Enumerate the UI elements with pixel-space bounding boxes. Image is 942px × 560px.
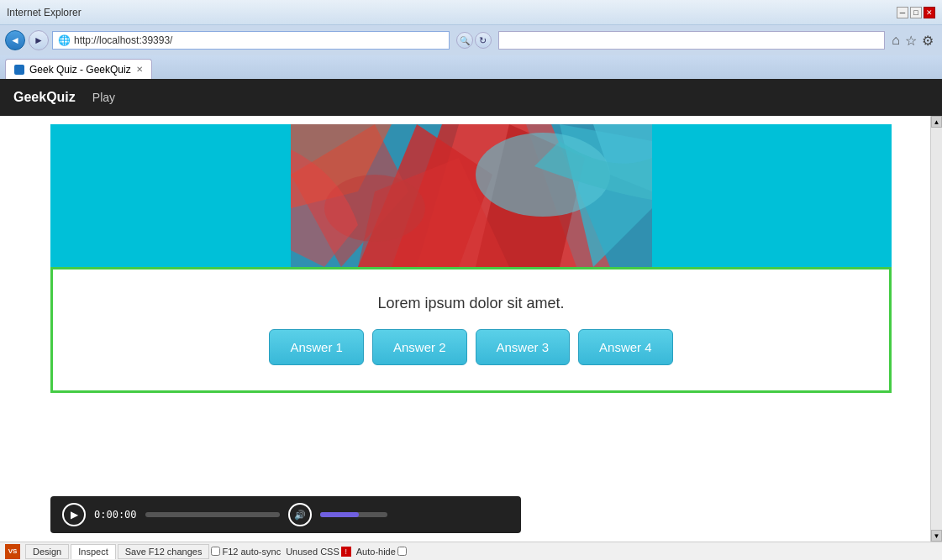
settings-icon[interactable]: ⚙	[922, 33, 934, 49]
play-icon: ▶	[71, 509, 78, 521]
favorites-icon[interactable]: ☆	[905, 33, 917, 49]
home-icon[interactable]: ⌂	[892, 33, 900, 48]
devtools-toolbar: VS Design Inspect Save F12 changes F12 a…	[0, 542, 942, 560]
vs-icon: VS	[5, 544, 20, 559]
volume-bar[interactable]	[320, 512, 387, 517]
tab-label: Geek Quiz - GeekQuiz	[29, 64, 131, 76]
abstract-painting	[291, 124, 652, 267]
forward-icon: ►	[34, 34, 44, 46]
search-button[interactable]: 🔍	[456, 32, 473, 49]
autohide-label[interactable]: Auto-hide	[356, 547, 407, 557]
autohide-checkbox[interactable]	[397, 547, 407, 556]
answer-3-button[interactable]: Answer 3	[476, 329, 571, 365]
browser-tab[interactable]: Geek Quiz - GeekQuiz ✕	[5, 59, 152, 79]
minimize-button[interactable]: ─	[897, 7, 908, 18]
volume-icon: 🔊	[294, 510, 306, 521]
question-text: Lorem ipsum dolor sit amet.	[70, 295, 872, 312]
autosync-label[interactable]: F12 auto-sync	[211, 547, 281, 557]
answer-buttons-container: Answer 1 Answer 2 Answer 3 Answer 4	[70, 329, 872, 365]
quiz-image	[291, 124, 652, 267]
progress-bar[interactable]	[145, 512, 280, 517]
play-nav-link[interactable]: Play	[92, 91, 115, 104]
tab-close-button[interactable]: ✕	[136, 65, 143, 74]
answer-4-button[interactable]: Answer 4	[578, 329, 673, 365]
back-icon: ◄	[10, 34, 20, 46]
refresh-button[interactable]: ↻	[475, 32, 492, 49]
globe-icon: 🌐	[58, 34, 71, 46]
maximize-button[interactable]: □	[910, 7, 922, 18]
app-brand[interactable]: GeekQuiz	[13, 90, 76, 105]
design-button[interactable]: Design	[25, 544, 69, 559]
answer-2-button[interactable]: Answer 2	[372, 329, 467, 365]
scroll-up-button[interactable]: ▲	[931, 116, 942, 128]
close-button[interactable]: ✕	[924, 7, 935, 18]
save-changes-button[interactable]: Save F12 changes	[118, 544, 210, 559]
scroll-up-icon: ▲	[934, 118, 940, 126]
volume-fill	[320, 512, 359, 517]
time-display: 0:00:00	[94, 509, 137, 521]
app-navbar: GeekQuiz Play	[0, 79, 942, 116]
volume-button[interactable]: 🔊	[288, 503, 312, 526]
forward-button[interactable]: ►	[29, 30, 49, 50]
media-player: ▶ 0:00:00 🔊	[50, 496, 521, 533]
scroll-down-icon: ▼	[934, 532, 940, 540]
scroll-down-button[interactable]: ▼	[931, 530, 942, 542]
back-button[interactable]: ◄	[5, 30, 25, 50]
answer-section: Lorem ipsum dolor sit amet. Answer 1 Ans…	[50, 267, 892, 393]
unused-css-label[interactable]: Unused CSS !	[286, 547, 351, 557]
autosync-checkbox[interactable]	[211, 547, 220, 556]
answer-1-button[interactable]: Answer 1	[269, 329, 364, 365]
play-button[interactable]: ▶	[62, 503, 86, 526]
unused-css-badge: !	[341, 547, 351, 557]
page-scrollbar[interactable]: ▲ ▼	[930, 116, 942, 542]
inspect-button[interactable]: Inspect	[71, 544, 115, 559]
address-text: http://localhost:39393/	[74, 34, 172, 46]
quiz-image-area	[50, 124, 892, 267]
address-bar[interactable]: 🌐 http://localhost:39393/	[52, 31, 450, 50]
